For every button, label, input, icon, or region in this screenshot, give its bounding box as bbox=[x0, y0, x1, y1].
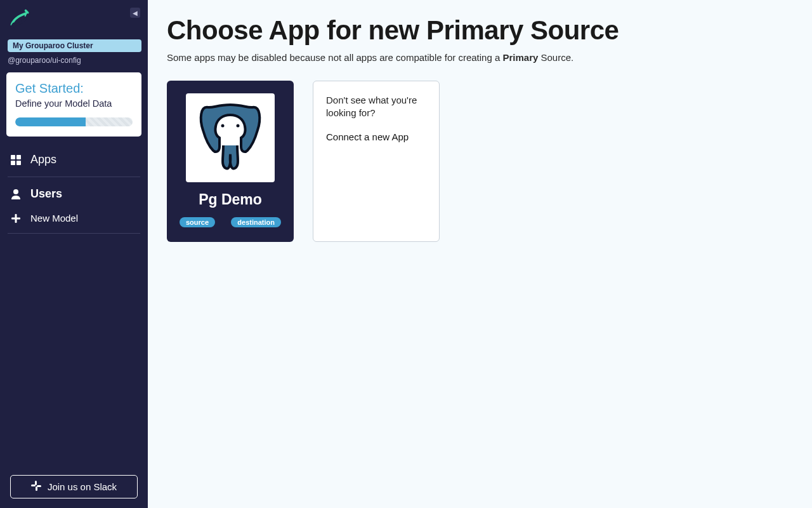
svg-rect-2 bbox=[11, 161, 15, 165]
get-started-title: Get Started: bbox=[15, 81, 133, 96]
plus-icon bbox=[10, 214, 22, 223]
get-started-progress-fill bbox=[15, 117, 86, 126]
app-card-name: Pg Demo bbox=[199, 191, 262, 208]
caret-left-icon: ◀ bbox=[133, 10, 138, 17]
slack-icon bbox=[31, 481, 41, 493]
connect-new-app-link[interactable]: Connect a new App bbox=[326, 131, 426, 142]
svg-rect-10 bbox=[37, 485, 41, 487]
sidebar: ◀ My Grouparoo Cluster @grouparoo/ui-con… bbox=[0, 0, 148, 508]
empty-card-prompt: Don't see what you're looking for? bbox=[326, 94, 426, 120]
nav-divider bbox=[8, 233, 140, 234]
logo[interactable] bbox=[6, 6, 141, 39]
sidebar-item-label: New Model bbox=[30, 213, 78, 224]
subtitle-post: Source. bbox=[538, 52, 573, 63]
pill-destination: destination bbox=[231, 217, 281, 227]
page-subtitle: Some apps may be disabled because not al… bbox=[167, 52, 793, 63]
get-started-card[interactable]: Get Started: Define your Model Data bbox=[6, 72, 141, 137]
sidebar-collapse-button[interactable]: ◀ bbox=[130, 8, 140, 18]
pill-source: source bbox=[180, 217, 215, 227]
get-started-subtitle: Define your Model Data bbox=[15, 98, 133, 109]
svg-rect-0 bbox=[11, 155, 15, 159]
main-content: Choose App for new Primary Source Some a… bbox=[148, 0, 812, 508]
app-card-pg-demo[interactable]: Pg Demo source destination bbox=[167, 81, 294, 242]
app-card-pills: source destination bbox=[180, 217, 281, 227]
connect-new-app-card[interactable]: Don't see what you're looking for? Conne… bbox=[313, 81, 440, 242]
app-cards-row: Pg Demo source destination Don't see wha… bbox=[167, 81, 793, 242]
subtitle-emph: Primary bbox=[502, 52, 538, 63]
svg-point-13 bbox=[221, 124, 225, 128]
sidebar-nav: Apps Users New Model bbox=[6, 147, 141, 237]
svg-rect-9 bbox=[36, 486, 37, 491]
user-icon bbox=[10, 189, 22, 199]
slack-button-label: Join us on Slack bbox=[48, 481, 117, 492]
subtitle-pre: Some apps may be disabled because not al… bbox=[167, 52, 502, 63]
grouparoo-logo-icon bbox=[8, 8, 32, 32]
svg-rect-8 bbox=[31, 485, 36, 486]
cluster-badge[interactable]: My Grouparoo Cluster bbox=[8, 39, 141, 52]
svg-rect-3 bbox=[16, 161, 21, 165]
join-slack-button[interactable]: Join us on Slack bbox=[10, 475, 138, 498]
sidebar-item-apps[interactable]: Apps bbox=[8, 147, 140, 173]
sidebar-item-label: Apps bbox=[30, 153, 56, 166]
app-card-image bbox=[186, 93, 275, 182]
sidebar-item-new-model[interactable]: New Model bbox=[8, 207, 140, 229]
svg-rect-1 bbox=[16, 155, 21, 159]
sidebar-item-label: Users bbox=[30, 187, 62, 201]
svg-point-4 bbox=[13, 189, 18, 194]
svg-rect-6 bbox=[11, 217, 20, 219]
nav-divider bbox=[8, 177, 140, 177]
page-title: Choose App for new Primary Source bbox=[167, 15, 793, 46]
get-started-progress bbox=[15, 117, 133, 126]
svg-rect-7 bbox=[35, 481, 37, 485]
grid-icon bbox=[10, 155, 22, 165]
sidebar-item-users[interactable]: Users bbox=[8, 181, 140, 207]
postgres-elephant-icon bbox=[195, 100, 265, 176]
svg-point-14 bbox=[237, 124, 240, 128]
package-name: @grouparoo/ui-config bbox=[8, 56, 140, 65]
